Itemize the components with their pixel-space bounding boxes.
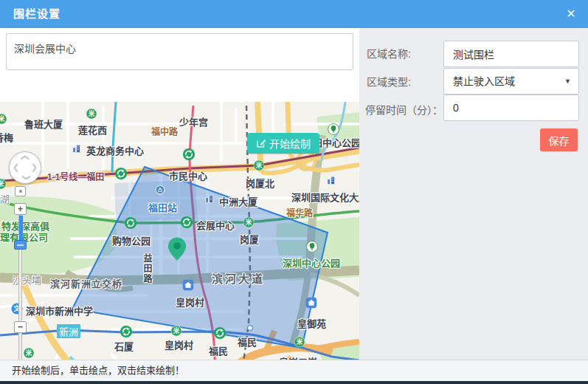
building-icon	[204, 193, 215, 205]
map-label: 福中路	[151, 125, 178, 137]
dialog-header: 围栏设置 ✕	[0, 0, 588, 28]
metro-icon: 米	[171, 326, 182, 337]
map-label: 湖	[0, 191, 10, 205]
stay-time-input[interactable]	[443, 95, 579, 121]
zoom-in-button[interactable]: +	[14, 203, 27, 215]
svg-text:米: 米	[246, 218, 252, 226]
map-label: 田中心公园	[313, 135, 359, 149]
hint-bar: 开始绘制后，单击绘点，双击结束绘制！	[0, 360, 588, 381]
map-label: 福华路	[286, 206, 313, 219]
map-label: 鲁班大厦	[24, 117, 63, 131]
dialog-bottom-border	[0, 381, 588, 384]
stay-time-label: 停留时间（分）：	[365, 102, 443, 117]
settings-panel: 区域名称: 区域类型: 禁止驶入区域 ▼ 停留时间（分）： 保存	[359, 28, 588, 360]
metro-icon: 米	[294, 337, 305, 348]
svg-text:米: 米	[173, 326, 180, 335]
map-pane: 深圳会展中心	[0, 28, 359, 360]
map-label: 中洲大厦	[219, 194, 257, 208]
transfer-icon	[214, 327, 226, 340]
map-label: 深圳市新洲中学	[26, 304, 93, 318]
start-draw-button[interactable]: 开始绘制	[247, 133, 319, 154]
map-pin	[167, 236, 187, 261]
svg-text:米: 米	[0, 114, 5, 123]
svg-text:米: 米	[297, 337, 303, 346]
home-icon	[305, 297, 317, 309]
area-type-value: 禁止驶入区域	[453, 75, 515, 87]
building-icon	[326, 175, 337, 186]
svg-text:米: 米	[0, 179, 4, 188]
map-label: 香梅	[0, 130, 13, 144]
metro-icon: 米	[86, 109, 97, 120]
map-label: 皇御苑	[297, 316, 326, 330]
transfer-icon	[115, 168, 128, 180]
map-label: 购物公园	[112, 233, 151, 247]
metro-icon: 米	[254, 160, 265, 171]
zoom-slider-fill	[19, 216, 23, 241]
draw-button-label: 开始绘制	[269, 136, 311, 151]
dialog-title: 围栏设置	[13, 0, 60, 28]
pan-down-icon[interactable]: ❮	[21, 174, 30, 181]
station-icon	[155, 185, 165, 195]
area-name-label: 区域名称:	[367, 46, 411, 61]
map-label: 福民	[238, 335, 257, 349]
metro-icon: 米	[24, 348, 35, 359]
map-label: 新洲	[57, 324, 80, 338]
pan-control[interactable]: ❮ ❮ ❮ ❯	[9, 151, 41, 184]
chevron-down-icon: ▼	[564, 69, 571, 94]
draw-hint-text: 开始绘制后，单击绘点，双击结束绘制！	[12, 360, 184, 381]
circle-icon	[247, 325, 254, 332]
close-icon[interactable]: ✕	[563, 6, 579, 22]
map-label: 1-1号线—福田	[47, 170, 104, 182]
map-label: 岗厦	[240, 232, 259, 246]
map-label: 深圳中心公园	[283, 256, 340, 270]
area-type-label: 区域类型:	[367, 74, 411, 89]
pan-up-icon[interactable]: ❮	[21, 154, 30, 161]
map-label: 滨河大道	[212, 270, 265, 286]
map-label: 英龙商务中心	[86, 143, 144, 157]
metro-icon: 米	[243, 217, 255, 228]
pan-left-icon[interactable]: ❮	[13, 162, 19, 172]
map-label: 石厦	[114, 339, 134, 353]
zoom-out-button[interactable]: −	[14, 321, 27, 333]
zoom-slider-thumb[interactable]	[14, 240, 27, 250]
map-label: 沙头埔	[13, 272, 41, 287]
map-canvas[interactable]: 米米米米米米米米文鲁班大厦莲花西少年宫福中路香梅英龙商务中心1-1号线—福田市民…	[0, 102, 359, 384]
map-label: 岗厦北	[246, 176, 274, 190]
svg-text:米: 米	[89, 109, 95, 117]
map-label: 皇岗村	[165, 337, 193, 352]
reset-zoom-button[interactable]	[15, 186, 26, 196]
map-label: 滨河新洲立交桥	[50, 276, 122, 290]
transfer-icon	[181, 216, 193, 229]
svg-text:米: 米	[256, 161, 263, 169]
save-button[interactable]: 保存	[540, 128, 578, 151]
draw-pencil-icon	[256, 138, 266, 148]
pan-right-icon[interactable]: ❯	[31, 162, 38, 172]
map-label: 少年宫	[179, 114, 208, 128]
metro-icon: 米	[0, 114, 7, 125]
tree-icon	[306, 241, 318, 253]
svg-text:米: 米	[26, 349, 32, 357]
fence-settings-dialog: 围栏设置 ✕ 深圳会展中心	[0, 0, 588, 384]
area-name-input[interactable]	[443, 41, 579, 67]
area-type-select[interactable]: 禁止驶入区域 ▼	[443, 68, 579, 95]
map-label: 福田站	[148, 200, 177, 214]
transfer-icon	[183, 148, 196, 161]
transfer-icon	[125, 217, 137, 230]
building-icon	[72, 143, 83, 154]
tree-icon	[328, 123, 339, 135]
map-label: 莲花西	[78, 123, 107, 137]
map-label: 益田路	[141, 253, 153, 284]
map-label: 皇岗村	[176, 295, 204, 309]
map-label: 深圳国际文化大厦	[291, 190, 359, 204]
metro-icon: 米	[0, 179, 7, 190]
map-label: 福民	[209, 343, 228, 357]
map-label: 市民中心	[169, 168, 207, 182]
map-label: 会展中心	[196, 218, 235, 232]
transfer-icon	[120, 326, 133, 338]
search-input[interactable]: 深圳会展中心	[6, 33, 353, 70]
home-icon	[182, 279, 194, 291]
